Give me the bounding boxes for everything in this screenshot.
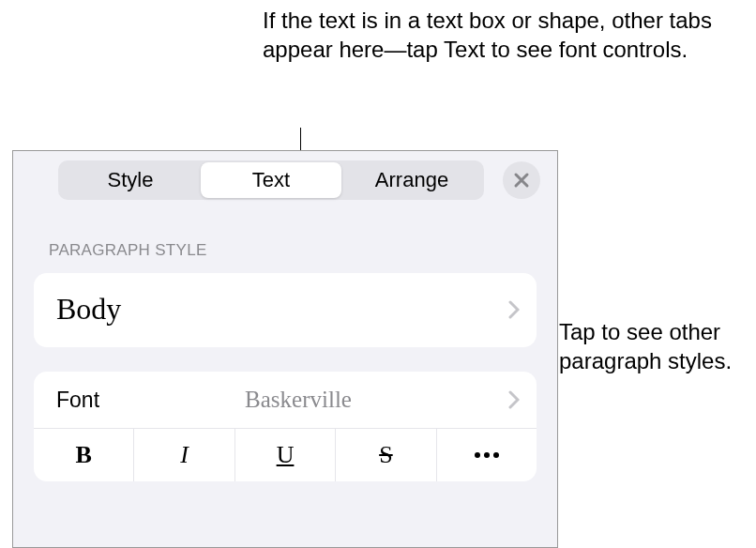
more-button[interactable] bbox=[437, 429, 537, 481]
callout-right-text: Tap to see other paragraph styles. bbox=[559, 317, 756, 375]
tabs-row: Style Text Arrange bbox=[13, 151, 557, 211]
bold-button[interactable]: B bbox=[34, 429, 134, 481]
strikethrough-button[interactable]: S bbox=[336, 429, 436, 481]
tab-group: Style Text Arrange bbox=[58, 160, 484, 200]
callout-text: If the text is in a text box or shape, o… bbox=[263, 8, 712, 62]
chevron-right-icon bbox=[508, 300, 520, 319]
bold-label: B bbox=[76, 441, 92, 469]
paragraph-style-row[interactable]: Body bbox=[34, 273, 537, 347]
paragraph-style-card[interactable]: Body bbox=[34, 273, 537, 347]
format-panel: Style Text Arrange PARAGRAPH STYLE Body … bbox=[12, 150, 558, 548]
svg-point-2 bbox=[493, 452, 499, 458]
svg-point-1 bbox=[484, 452, 490, 458]
font-value: Baskerville bbox=[245, 387, 352, 413]
text-style-row: B I U S bbox=[34, 429, 537, 481]
paragraph-style-value: Body bbox=[56, 292, 121, 327]
tab-label: Text bbox=[252, 168, 290, 191]
section-header-paragraph-style: PARAGRAPH STYLE bbox=[13, 211, 557, 269]
underline-button[interactable]: U bbox=[235, 429, 336, 481]
tab-label: Style bbox=[108, 168, 154, 191]
tab-text[interactable]: Text bbox=[201, 162, 341, 198]
more-icon bbox=[474, 451, 500, 459]
callout-top-text: If the text is in a text box or shape, o… bbox=[263, 6, 756, 64]
chevron-right-icon bbox=[508, 390, 520, 409]
underline-label: U bbox=[277, 441, 295, 469]
tab-arrange[interactable]: Arrange bbox=[341, 162, 482, 198]
tab-style[interactable]: Style bbox=[60, 162, 201, 198]
italic-label: I bbox=[180, 441, 189, 469]
callout-text: Tap to see other paragraph styles. bbox=[559, 319, 732, 373]
close-button[interactable] bbox=[503, 161, 540, 199]
strike-label: S bbox=[379, 441, 392, 469]
close-icon bbox=[513, 172, 530, 189]
font-label: Font bbox=[56, 388, 99, 413]
italic-button[interactable]: I bbox=[134, 429, 234, 481]
tab-label: Arrange bbox=[375, 168, 448, 191]
svg-point-0 bbox=[475, 452, 480, 458]
font-row[interactable]: Font Baskerville bbox=[34, 372, 537, 429]
font-card: Font Baskerville B I U S bbox=[34, 372, 537, 481]
